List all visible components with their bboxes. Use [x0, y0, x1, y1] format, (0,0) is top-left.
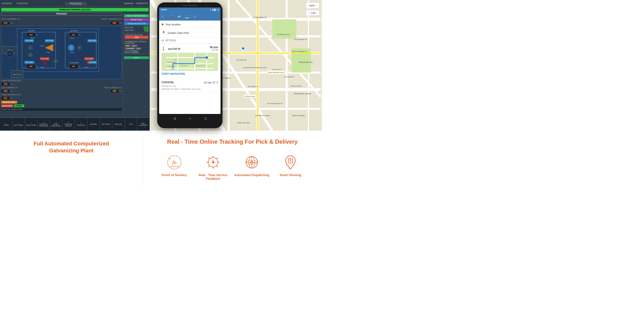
svg-text:DUBOCE TRIANGLE: DUBOCE TRIANGLE	[196, 65, 205, 66]
btn-start[interactable]: — START	[0, 118, 12, 131]
svg-point-123	[172, 68, 174, 70]
start-navigation-button[interactable]: START NAVIGATION	[162, 72, 218, 76]
temp-488: 488	[110, 89, 119, 93]
svg-text:LOWER HAIGHT: LOWER HAIGHT	[180, 65, 188, 66]
back-button[interactable]: ←	[161, 14, 164, 18]
svg-line-134	[208, 158, 210, 159]
svg-text:4: 4	[30, 47, 31, 49]
chamber-button[interactable]: CHAMBER	[125, 48, 135, 50]
selected-production: SELECTED PRODUCTION	[1, 108, 122, 111]
temp-146: 146	[1, 82, 10, 86]
furnace-status-banner: FURNACE CONTROL IN AUTO	[1, 8, 148, 11]
normal-control[interactable]: NORMAL	[14, 104, 24, 107]
high-control[interactable]: HIGH 457°C	[1, 104, 13, 107]
btn-feeding-circuit[interactable]: 5 FEEDING CIRCUIT	[62, 118, 75, 131]
svg-text:°C: °C	[78, 66, 80, 67]
back-nav-button[interactable]: ◁	[173, 116, 176, 120]
btn-start-sequence[interactable]: 4 START SEQUENCE	[50, 118, 62, 131]
btn-rst-alarmes[interactable]: RST. ALARMES	[137, 118, 150, 131]
airflow-section: AIR FLOW 937 GAS FLOW 68	[124, 26, 149, 33]
phone-outer-shell: 10:00 ▲ ▌▌▌ ▮ ← 🚗 🚌 🚶	[157, 2, 222, 128]
signal-icon: ▌▌▌	[212, 9, 217, 11]
svg-text:Ziyad Bin Eyad: Ziyad Bin Eyad	[292, 114, 305, 116]
chamber-zinc-section: CHAMBER/ZINC CONTROL SELECTION MAN AUTO …	[124, 40, 149, 54]
uber-pickup: Pickup in 2 min	[162, 85, 218, 87]
uber-time: 10 min	[204, 81, 212, 84]
svg-text:Al Ghadeer St: Al Ghadeer St	[253, 16, 267, 19]
walk-icon[interactable]: 🚶	[185, 14, 189, 18]
feature-realtime-feedback: Real - Time Service Feedback	[194, 154, 232, 180]
bike-icon[interactable]: 🚲	[193, 14, 197, 18]
furnace-diagram: UP LEFT 449 °C UP RIGHT 448 °C	[1, 26, 122, 79]
car-icon[interactable]: 🚗	[169, 14, 173, 18]
svg-text:Mousa Bin Nusair: Mousa Bin Nusair	[294, 92, 311, 95]
proof-icon-area: fn ×	[166, 154, 183, 171]
home-nav-button[interactable]: ○	[189, 116, 191, 120]
btn-process[interactable]: 6 PROCESS	[75, 118, 87, 131]
svg-text:ALAMO SQUARE: ALAMO SQUARE	[167, 62, 177, 63]
fumes-temp-1: FUMES TEMPERATURE 1 421 °C	[1, 94, 122, 100]
recent-nav-button[interactable]: □	[204, 116, 206, 120]
btn-furnace-pressure[interactable]: 3 FURNACE PRESSURE	[38, 118, 50, 131]
uber-estimate: Estimate for uberX. Actual fare may vary…	[162, 88, 218, 90]
dispatching-label: Automated Dispatching	[232, 173, 271, 177]
proof-label: Proof of Devilery	[155, 173, 194, 177]
transit-icon[interactable]: 🚌	[177, 14, 181, 18]
svg-text:EXCLUDE: EXCLUDE	[41, 58, 49, 60]
btn-english[interactable]: ENGLISH	[112, 118, 125, 131]
svg-text:Minath Bin Jabal: Minath Bin Jabal	[237, 122, 250, 124]
btn-ack[interactable]: ACK	[125, 118, 137, 131]
dispatching-icon-area	[243, 154, 260, 171]
svg-text:2: 2	[70, 47, 72, 49]
btn-settings[interactable]: SETTINGS	[100, 118, 112, 131]
tracking-title: Real - Time Online Tracking For Pick & D…	[150, 138, 314, 146]
man-button[interactable]: MAN	[125, 45, 130, 47]
phone-screen: 10:00 ▲ ▌▌▌ ▮ ← 🚗 🚌 🚶	[159, 8, 220, 114]
industrial-title-section: Full Automated ComputerizedGalvanizing P…	[0, 136, 143, 185]
svg-text:448: 448	[72, 65, 76, 68]
auto-button[interactable]: AUTO	[131, 45, 138, 47]
route-item: 🚶 via Fell St 38 min 1.8 mi	[159, 44, 220, 78]
svg-text:LOW RIGHT: LOW RIGHT	[70, 62, 79, 64]
svg-text:Al Nakheel Rd: Al Nakheel Rd	[277, 34, 290, 36]
panel-header-right: Keyboard OPERATOR	[124, 2, 148, 4]
temp-480: 480	[1, 89, 10, 93]
svg-text:Ahmed Bin Mohammed Rd: Ahmed Bin Mohammed Rd	[243, 66, 266, 69]
destination-row[interactable]: 📍 Golden Gate Park	[162, 28, 218, 38]
phone-device: 10:00 ▲ ▌▌▌ ▮ ← 🚗 🚌 🚶	[157, 2, 222, 128]
phone-speaker	[182, 5, 197, 6]
keyboard-label: Keyboard	[124, 2, 134, 4]
options-row[interactable]: ⇄ OPTIONS	[159, 38, 220, 44]
route-name: via Fell St	[168, 48, 180, 50]
process-title-header: PROCESS	[65, 2, 86, 6]
svg-text:°C: °C	[78, 34, 80, 36]
auto-mode-button[interactable]: AUTO	[124, 56, 149, 59]
origin-row[interactable]: Your location	[162, 20, 218, 28]
svg-text:21.84: 21.84	[46, 52, 50, 53]
btn-left-zone[interactable]: 1 LEFT ZONE	[12, 118, 25, 131]
svg-text:UP LEFT: UP LEFT	[28, 30, 35, 32]
uber-service-name: COASTAL	[162, 81, 174, 84]
gas-flow-value: 68	[144, 29, 148, 32]
route-time: 38 min	[210, 46, 218, 48]
standby-control[interactable]: STANDBY 440°C	[1, 101, 17, 104]
svg-text:fn: fn	[172, 159, 176, 165]
wifi-icon: ▲	[210, 9, 212, 11]
svg-text:Al Jassasiya St: Al Jassasiya St	[294, 38, 307, 40]
btn-alarms[interactable]: ALARMS	[87, 118, 100, 131]
svg-text:449: 449	[29, 34, 33, 36]
feedback-icon-area	[204, 154, 222, 171]
uber-section: COASTAL 10 min $7–9 Pickup in 2 min Esti…	[159, 78, 220, 92]
process-box-title: PROCESS	[1, 12, 122, 16]
your-location-text: Your location	[166, 23, 181, 26]
furnace-pressure-section: FURNACE PRESSURE -5.0	[124, 34, 149, 40]
fumes-temp-2: FUMES TEMPERATURE 2 146 °C	[1, 80, 22, 86]
svg-text:✓ Traffi...: ✓ Traffi...	[308, 12, 317, 14]
svg-text:Zurara bin Abu...: Zurara bin Abu...	[290, 85, 303, 87]
svg-text:22.84: 22.84	[70, 52, 74, 53]
btn-right-zone[interactable]: 2 RIGHT ZONE	[25, 118, 38, 131]
svg-text:WASTE GAS: WASTE GAS	[13, 74, 22, 75]
svg-text:Satell...: Satell...	[309, 4, 316, 7]
zinc-button[interactable]: ZINC	[136, 48, 142, 50]
svg-text:22.84: 22.84	[70, 37, 74, 39]
